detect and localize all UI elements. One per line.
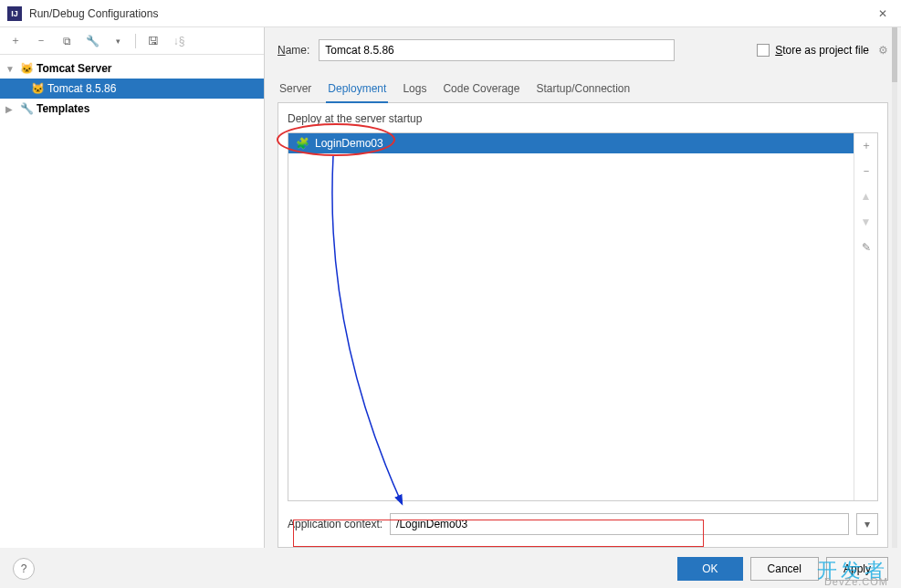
remove-icon[interactable]: －	[33, 33, 49, 49]
cancel-button[interactable]: Cancel	[750, 557, 819, 581]
save-icon[interactable]: 🖫	[145, 33, 162, 49]
expand-icon[interactable]: ▶	[5, 104, 18, 114]
store-label: Store as project file	[775, 44, 869, 57]
tree-node-templates[interactable]: ▶ 🔧 Templates	[0, 99, 264, 119]
deploy-section-label: Deploy at the server startup	[288, 112, 878, 125]
deploy-side-toolbar: ＋ － ▲ ▼ ✎	[854, 133, 877, 500]
help-button[interactable]: ?	[13, 558, 35, 580]
configuration-tree: ▼ 🐱 Tomcat Server 🐱 Tomcat 8.5.86 ▶ 🔧 Te…	[0, 55, 264, 122]
right-panel: Name: Store as project file ⚙ Server Dep…	[265, 27, 901, 548]
artifact-icon: 🧩	[296, 137, 309, 150]
tree-label: Tomcat 8.5.86	[47, 82, 116, 95]
tree-node-tomcat-server[interactable]: ▼ 🐱 Tomcat Server	[0, 58, 264, 79]
left-toolbar: ＋ － ⧉ 🔧 ▾ 🖫 ↓§	[0, 27, 264, 55]
ok-button[interactable]: OK	[677, 557, 742, 581]
bottom-bar: ? OK Cancel Apply	[13, 557, 888, 581]
expand-icon[interactable]: ▼	[5, 64, 18, 74]
tab-deployment[interactable]: Deployment	[326, 77, 388, 102]
context-label: Application context:	[288, 518, 382, 530]
tree-label: Tomcat Server	[37, 62, 111, 75]
remove-icon[interactable]: －	[858, 163, 875, 179]
add-icon[interactable]: ＋	[7, 33, 24, 49]
tree-node-tomcat-8586[interactable]: 🐱 Tomcat 8.5.86	[0, 79, 264, 99]
chevron-down-icon[interactable]: ▾	[110, 33, 126, 49]
tab-code-coverage[interactable]: Code Coverage	[441, 77, 521, 102]
tab-content-deployment: Deploy at the server startup 🧩 LoginDemo…	[278, 103, 888, 548]
tab-server[interactable]: Server	[278, 77, 313, 102]
name-input[interactable]	[319, 39, 675, 61]
tomcat-icon: 🐱	[18, 62, 35, 75]
application-context-row: Application context: ▾	[288, 510, 878, 538]
app-icon: IJ	[7, 6, 22, 21]
close-icon[interactable]: ✕	[872, 3, 894, 25]
name-label: Name:	[278, 44, 309, 57]
copy-icon[interactable]: ⧉	[58, 33, 75, 49]
store-checkbox[interactable]	[757, 44, 770, 57]
up-icon[interactable]: ▲	[858, 188, 875, 205]
deploy-box: 🧩 LoginDemo03 ＋ － ▲ ▼ ✎	[288, 132, 878, 501]
deploy-list[interactable]: 🧩 LoginDemo03	[288, 133, 854, 500]
sort-icon[interactable]: ↓§	[171, 33, 187, 49]
context-dropdown-icon[interactable]: ▾	[856, 513, 878, 535]
scrollbar[interactable]	[892, 27, 897, 548]
name-row: Name: Store as project file ⚙	[278, 37, 888, 64]
tab-startup-connection[interactable]: Startup/Connection	[534, 77, 632, 102]
tabs: Server Deployment Logs Code Coverage Sta…	[278, 77, 888, 103]
tab-logs[interactable]: Logs	[401, 77, 428, 102]
tree-label: Templates	[37, 102, 89, 115]
wrench-icon[interactable]: 🔧	[84, 33, 100, 49]
wrench-icon: 🔧	[18, 102, 35, 115]
down-icon[interactable]: ▼	[858, 214, 875, 230]
tomcat-icon: 🐱	[29, 82, 46, 95]
main-content: ＋ － ⧉ 🔧 ▾ 🖫 ↓§ ▼ 🐱 Tomcat Server 🐱 Tomca…	[0, 27, 901, 548]
edit-icon[interactable]: ✎	[858, 239, 875, 256]
apply-button[interactable]: Apply	[826, 557, 888, 581]
titlebar: IJ Run/Debug Configurations ✕	[0, 0, 901, 27]
add-icon[interactable]: ＋	[858, 137, 875, 153]
button-group: OK Cancel Apply	[677, 557, 888, 581]
scrollbar-thumb[interactable]	[892, 27, 897, 82]
window-title: Run/Debug Configurations	[29, 7, 872, 20]
store-row: Store as project file ⚙	[757, 44, 888, 57]
toolbar-separator	[135, 34, 136, 48]
gear-icon[interactable]: ⚙	[878, 44, 888, 57]
deploy-item-logindemo03[interactable]: 🧩 LoginDemo03	[288, 133, 854, 153]
context-input[interactable]	[390, 513, 849, 535]
deploy-item-label: LoginDemo03	[315, 137, 383, 150]
left-panel: ＋ － ⧉ 🔧 ▾ 🖫 ↓§ ▼ 🐱 Tomcat Server 🐱 Tomca…	[0, 27, 265, 548]
